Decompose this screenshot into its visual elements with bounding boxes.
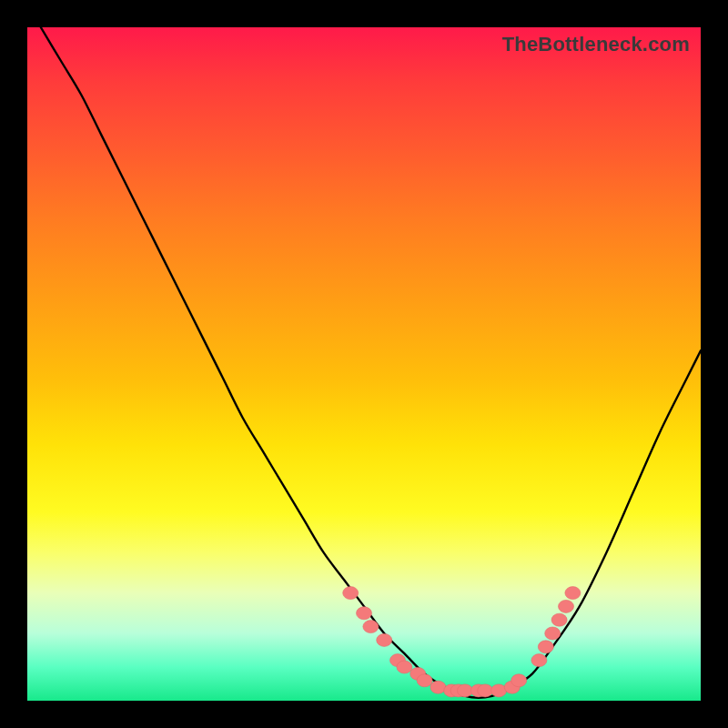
marker-dot xyxy=(538,641,553,653)
marker-dot xyxy=(511,674,527,687)
chart-frame: TheBottleneck.com xyxy=(27,27,701,701)
marker-dot xyxy=(545,627,561,640)
marker-dot xyxy=(397,661,412,673)
marker-dot xyxy=(551,613,567,626)
chart-overlay xyxy=(27,27,701,701)
marker-dot xyxy=(491,684,507,697)
marker-dot xyxy=(430,681,446,693)
marker-dot xyxy=(417,674,432,687)
marker-dot xyxy=(478,684,493,697)
bottleneck-curve xyxy=(41,27,701,698)
marker-dot xyxy=(531,654,547,667)
marker-dot xyxy=(377,633,392,646)
marker-dot xyxy=(458,684,473,697)
marker-dot xyxy=(565,587,581,600)
sweet-spot-markers xyxy=(343,587,581,697)
marker-dot xyxy=(559,600,574,612)
marker-dot xyxy=(363,621,379,633)
marker-dot xyxy=(343,587,359,600)
marker-dot xyxy=(357,607,372,620)
